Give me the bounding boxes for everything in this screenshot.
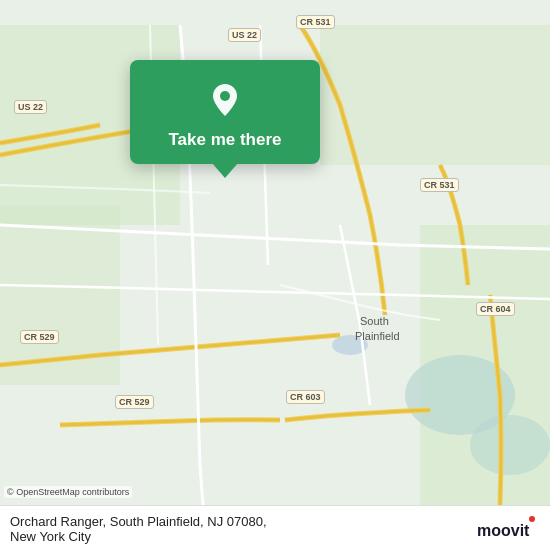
svg-text:South: South xyxy=(360,315,389,327)
moovit-logo-svg: moovit xyxy=(475,514,540,544)
moovit-logo: moovit xyxy=(475,514,540,544)
road-label-us22-top: US 22 xyxy=(228,28,261,42)
road-label-cr531-top: CR 531 xyxy=(296,15,335,29)
svg-text:Plainfield: Plainfield xyxy=(355,330,400,342)
osm-attribution: © OpenStreetMap contributors xyxy=(4,486,132,498)
address-line2: New York City xyxy=(10,529,267,544)
address-block: Orchard Ranger, South Plainfield, NJ 070… xyxy=(10,514,267,544)
location-pin-icon xyxy=(203,78,247,122)
map-container[interactable]: South Plainfield US 22 CR 531 US 22 CR 5… xyxy=(0,0,550,550)
road-label-cr603: CR 603 xyxy=(286,390,325,404)
svg-point-6 xyxy=(470,415,550,475)
road-label-cr529-left: CR 529 xyxy=(20,330,59,344)
popup-label: Take me there xyxy=(168,130,281,150)
bottom-bar: Orchard Ranger, South Plainfield, NJ 070… xyxy=(0,505,550,550)
popup-card[interactable]: Take me there xyxy=(130,60,320,164)
svg-point-11 xyxy=(220,91,230,101)
svg-rect-3 xyxy=(320,25,550,165)
road-label-cr531-right: CR 531 xyxy=(420,178,459,192)
svg-point-13 xyxy=(529,516,535,522)
road-label-us22-left: US 22 xyxy=(14,100,47,114)
road-label-cr604: CR 604 xyxy=(476,302,515,316)
svg-text:moovit: moovit xyxy=(477,522,530,539)
address-line1: Orchard Ranger, South Plainfield, NJ 070… xyxy=(10,514,267,529)
road-label-cr529-bottom: CR 529 xyxy=(115,395,154,409)
